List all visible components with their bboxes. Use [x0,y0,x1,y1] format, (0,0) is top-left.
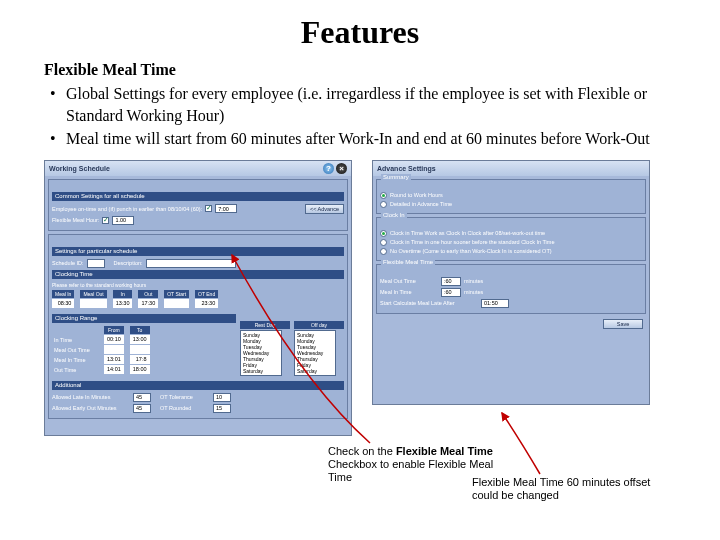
cell[interactable]: 23:30 [195,299,218,308]
cell[interactable] [164,299,189,308]
cell[interactable]: 17:8 [130,355,150,364]
advance-button[interactable]: << Advance [305,204,344,214]
window-titlebar: Working Schedule ? × [45,161,351,176]
advance-settings-window: Advance Settings Summary Round to Work H… [372,160,650,405]
window-titlebar: Advance Settings [373,161,649,176]
save-button[interactable]: Save [603,319,643,329]
mealout-label: Meal Out Time [380,278,438,284]
early-label: Employee on-time and (if) punch in earli… [52,206,202,212]
restday-heading: Rest Day [240,321,290,329]
clocking-range-table: In Time Meal Out Time Meal In Time Out T… [52,326,236,375]
bullet-item: Global Settings for every employee (i.e.… [44,83,676,126]
col-head: Meal Out [80,290,106,298]
restday-list[interactable]: Sunday Monday Tuesday Wednesday Thursday… [240,330,282,376]
clocking-time-heading: Clocking Time [52,270,344,279]
col-head: Meal In [52,290,74,298]
bullet-item: Meal time will start from 60 minutes aft… [44,128,676,150]
mealin-label: Meal In Time [380,289,438,295]
group-heading: Common Settings for all schedule [52,192,344,201]
startcalc-label: Start Calculate Meal Late After [380,300,478,306]
group-legend: Clock In [381,212,407,218]
clocking-sub: Please refer to the standard working hou… [52,282,344,288]
summary-radio-1[interactable] [380,192,387,199]
clocking-range-heading: Clocking Range [52,314,236,323]
cell[interactable]: 18:00 [130,365,150,374]
clocking-time-table: Meal In08:30 Meal Out In13:30 Out17:30 O… [52,290,344,308]
common-settings-group: Common Settings for all schedule Employe… [48,179,348,231]
mealout-field[interactable]: :60 [441,277,461,286]
group-legend: Flexible Meal Time [381,259,435,265]
cell[interactable]: 14:01 [104,365,124,374]
col-head: To [130,326,150,334]
window-title: Advance Settings [377,165,436,172]
early-field[interactable]: 7:00 [215,204,237,213]
late-in-field[interactable]: 45 [133,393,151,402]
flexmeal-checkbox[interactable] [102,217,109,224]
group-heading: Settings for particular schedule [52,247,344,256]
ot-tolerance-field[interactable]: 10 [213,393,231,402]
flexible-meal-group: Flexible Meal Time Meal Out Time :60 min… [376,264,646,314]
cell[interactable]: 00:10 [104,335,124,344]
range-label: In Time [52,336,98,345]
clockin-radio-1[interactable] [380,230,387,237]
schedule-id-label: Schedule ID: [52,260,84,266]
range-label: Meal In Time [52,356,98,365]
startcalc-field[interactable]: 01:50 [481,299,509,308]
cell[interactable]: 17:30 [138,299,158,308]
clockin-group: Clock In Clock in Time Work as Clock In … [376,217,646,261]
section-subtitle: Flexible Meal Time [44,61,676,79]
range-label: Meal Out Time [52,346,98,355]
description-label: Description: [114,260,143,266]
cell[interactable]: 08:30 [52,299,74,308]
cell[interactable]: 13:00 [130,335,150,344]
cell[interactable] [130,345,150,354]
range-label: Out Time [52,366,98,375]
flexmeal-label: Flexible Meal Hour: [52,217,99,223]
ot-rounded-field[interactable]: 15 [213,404,231,413]
early-out-field[interactable]: 45 [133,404,151,413]
description-field[interactable] [146,259,236,268]
close-icon[interactable]: × [336,163,347,174]
schedule-id-field[interactable] [87,259,105,268]
bullet-list: Global Settings for every employee (i.e.… [44,83,676,150]
particular-settings-group: Settings for particular schedule Schedul… [48,234,348,419]
annotation-2: Flexible Meal Time 60 minutes offset cou… [472,476,682,502]
group-legend: Summary [381,174,411,180]
offday-heading: Off day [294,321,344,329]
col-head: In [113,290,133,298]
summary-group: Summary Round to Work Hours Detailed in … [376,179,646,214]
col-head: OT End [195,290,218,298]
additional-row: Allowed Late In Minutes 45 OT Tolerance … [52,393,344,402]
col-head: From [104,326,124,334]
flexmeal-field[interactable]: 1.00 [112,216,134,225]
text-block: Flexible Meal Time Global Settings for e… [0,61,720,150]
cell[interactable] [104,345,124,354]
cell[interactable]: 13:01 [104,355,124,364]
page-title: Features [0,14,720,51]
col-head: Out [138,290,158,298]
mealin-field[interactable]: :60 [441,288,461,297]
early-checkbox[interactable] [205,205,212,212]
additional-row: Allowed Early Out Minutes 45 OT Rounded … [52,404,344,413]
help-icon[interactable]: ? [323,163,334,174]
clockin-radio-3[interactable] [380,248,387,255]
col-head: OT Start [164,290,189,298]
summary-radio-2[interactable] [380,201,387,208]
additional-heading: Additional [52,381,344,390]
cell[interactable] [80,299,106,308]
window-title: Working Schedule [49,165,110,172]
offday-list[interactable]: Sunday Monday Tuesday Wednesday Thursday… [294,330,336,376]
cell[interactable]: 13:30 [113,299,133,308]
clockin-radio-2[interactable] [380,239,387,246]
working-schedule-window: Working Schedule ? × Common Settings for… [44,160,352,436]
